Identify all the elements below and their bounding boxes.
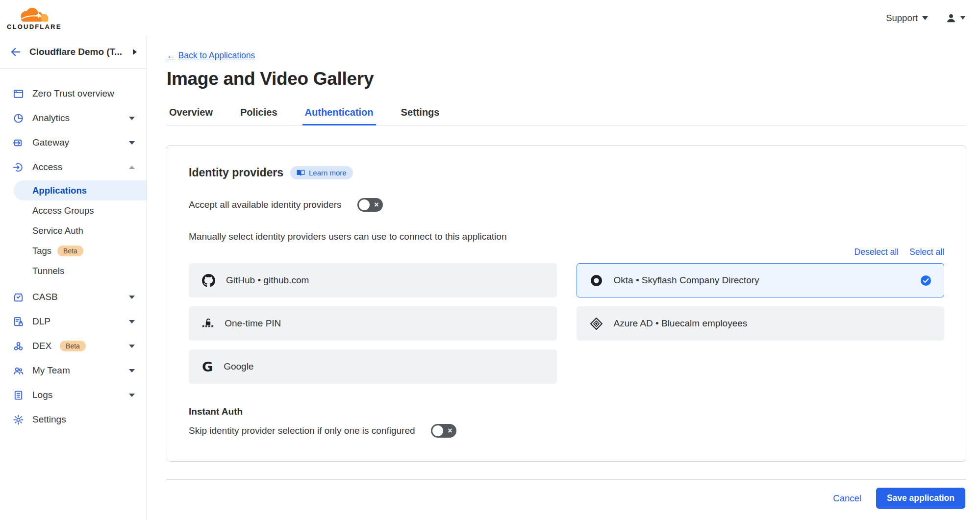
instant-auth-label: Skip identity provider selection if only… — [189, 425, 415, 436]
access-sub-list: Applications Access Groups Service Auth … — [0, 179, 147, 285]
sidebar-item-label: Access Groups — [32, 205, 94, 216]
sidebar-item-label: Gateway — [32, 137, 69, 148]
top-bar: CLOUDFLARE Support — [0, 0, 980, 36]
sidebar-item-label: Analytics — [32, 113, 70, 124]
tab-bar: Overview Policies Authentication Setting… — [167, 102, 966, 125]
deselect-all-link[interactable]: Deselect all — [854, 247, 899, 257]
tab-policies[interactable]: Policies — [238, 102, 280, 125]
sidebar-item-access[interactable]: Access — [0, 155, 147, 179]
sidebar-item-label: DLP — [32, 316, 50, 327]
sidebar-item-tags[interactable]: Tags Beta — [0, 241, 147, 261]
log-document-icon — [13, 390, 24, 401]
sidebar-item-service-auth[interactable]: Service Auth — [0, 221, 147, 241]
instant-auth-toggle[interactable]: × — [431, 424, 456, 438]
provider-name: Azure AD • Bluecalm employees — [614, 318, 748, 329]
provider-tile-azure-ad[interactable]: Azure AD • Bluecalm employees — [577, 306, 945, 341]
toggle-x-icon: × — [448, 427, 452, 435]
provider-tile-google[interactable]: G Google — [189, 349, 557, 384]
sidebar-item-zero-trust-overview[interactable]: Zero Trust overview — [0, 81, 147, 106]
back-to-applications-link[interactable]: ← Back to Applications — [167, 50, 255, 61]
gear-icon — [13, 414, 24, 425]
provider-name: GitHub • github.com — [226, 275, 309, 286]
main-content: ← Back to Applications Image and Video G… — [147, 36, 980, 520]
one-time-pin-icon: **** — [202, 318, 214, 329]
chevron-down-icon — [129, 369, 135, 372]
card-title: Identity providers — [189, 166, 283, 179]
cloudflare-cloud-icon — [12, 7, 56, 23]
chevron-down-icon — [922, 16, 928, 20]
sidebar-item-label: Applications — [32, 185, 87, 196]
chevron-down-icon — [129, 394, 135, 397]
sidebar-item-label: Settings — [32, 414, 66, 425]
okta-icon — [590, 274, 603, 287]
chevron-down-icon — [129, 320, 135, 323]
sidebar-item-logs[interactable]: Logs — [0, 383, 147, 407]
browser-window-icon — [13, 88, 24, 99]
sidebar-item-label: Tags — [32, 246, 51, 256]
toggle-x-icon: × — [374, 201, 378, 209]
provider-name: One-time PIN — [225, 318, 281, 329]
chevron-up-icon — [129, 166, 135, 169]
provider-tile-one-time-pin[interactable]: **** One-time PIN — [189, 306, 557, 341]
azure-ad-icon — [590, 317, 603, 330]
accept-all-toggle[interactable]: × — [357, 198, 383, 212]
support-menu[interactable]: Support — [886, 13, 928, 24]
accept-all-label: Accept all available identity providers — [189, 199, 342, 210]
sidebar-item-label: CASB — [32, 292, 58, 302]
manual-select-hint: Manually select identity providers users… — [189, 231, 944, 242]
select-all-link[interactable]: Select all — [909, 247, 944, 257]
action-footer: Cancel Save application — [167, 479, 966, 518]
tab-overview[interactable]: Overview — [167, 102, 215, 125]
gateway-icon — [13, 137, 24, 149]
github-icon — [202, 274, 215, 287]
box-check-icon — [13, 292, 24, 303]
instant-auth-heading: Instant Auth — [189, 406, 944, 417]
identity-providers-card: Identity providers Learn more Accept all… — [167, 145, 966, 462]
sidebar-item-gateway[interactable]: Gateway — [0, 130, 147, 155]
provider-tile-github[interactable]: GitHub • github.com — [189, 263, 557, 297]
toggle-knob — [432, 425, 443, 436]
page-title: Image and Video Gallery — [167, 69, 966, 89]
save-application-button[interactable]: Save application — [876, 488, 965, 509]
tab-authentication[interactable]: Authentication — [302, 102, 376, 125]
sidebar: Cloudflare Demo (T... Zero Trust overvie… — [0, 36, 147, 520]
account-name[interactable]: Cloudflare Demo (T... — [29, 47, 125, 57]
chevron-down-icon — [960, 16, 965, 20]
chevron-right-icon[interactable] — [133, 49, 137, 55]
user-icon — [946, 13, 956, 24]
support-label: Support — [886, 13, 918, 24]
learn-more-label: Learn more — [309, 169, 347, 177]
toggle-knob — [359, 199, 370, 210]
sidebar-item-label: Service Auth — [32, 225, 83, 236]
tab-settings[interactable]: Settings — [399, 102, 442, 125]
sidebar-item-label: Tunnels — [32, 266, 64, 276]
sidebar-item-access-groups[interactable]: Access Groups — [0, 200, 147, 221]
sidebar-item-casb[interactable]: CASB — [0, 285, 147, 309]
beta-badge: Beta — [60, 341, 86, 351]
sidebar-item-tunnels[interactable]: Tunnels — [0, 261, 147, 281]
network-cluster-icon — [13, 341, 24, 352]
sidebar-item-settings[interactable]: Settings — [0, 407, 147, 432]
chevron-down-icon — [129, 345, 135, 348]
otp-stars: **** — [202, 325, 214, 329]
sidebar-item-label: Access — [32, 162, 62, 173]
sidebar-item-analytics[interactable]: Analytics — [0, 106, 147, 130]
chevron-down-icon — [129, 117, 135, 120]
brand-wordmark: CLOUDFLARE — [7, 23, 62, 30]
back-arrow-icon[interactable] — [10, 46, 22, 58]
user-menu[interactable] — [946, 13, 965, 24]
sidebar-item-dlp[interactable]: DLP — [0, 309, 147, 334]
cancel-button[interactable]: Cancel — [833, 493, 861, 504]
sidebar-item-label: DEX — [32, 341, 51, 351]
sidebar-item-my-team[interactable]: My Team — [0, 358, 147, 383]
sidebar-item-dex[interactable]: DEX Beta — [0, 334, 147, 358]
book-icon — [297, 169, 305, 176]
sidebar-item-label: My Team — [32, 365, 70, 376]
learn-more-badge[interactable]: Learn more — [290, 166, 353, 179]
sidebar-item-applications[interactable]: Applications — [14, 180, 147, 200]
provider-name: Google — [224, 361, 253, 372]
provider-tile-okta[interactable]: Okta • Skyflash Company Directory — [577, 263, 945, 297]
google-icon: G — [202, 359, 213, 374]
providers-grid: GitHub • github.com Okta • Skyflash Comp… — [189, 263, 944, 384]
access-login-icon — [13, 162, 24, 173]
